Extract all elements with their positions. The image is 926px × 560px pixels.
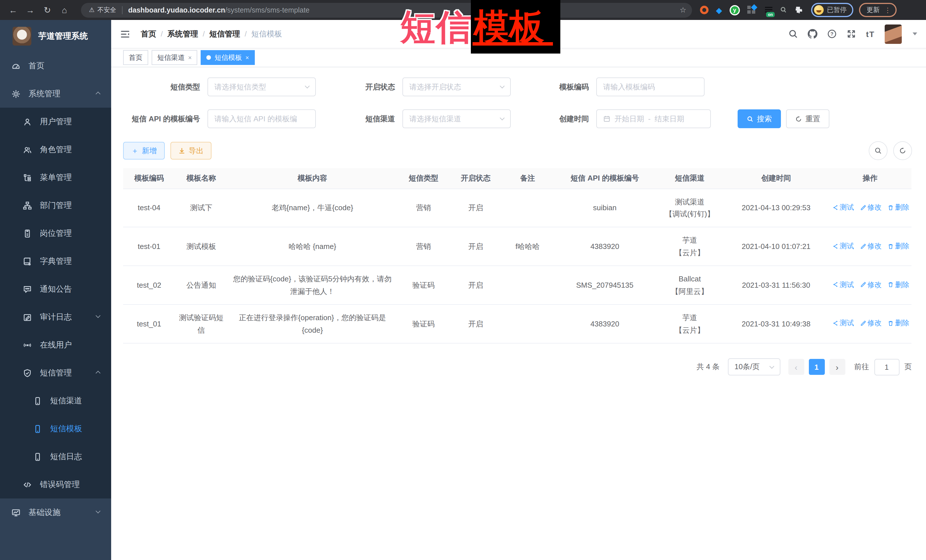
- font-size-icon[interactable]: tT: [866, 29, 875, 38]
- sidebar-item-label: 错误码管理: [40, 479, 80, 490]
- next-page-button[interactable]: ›: [829, 359, 845, 375]
- extension-ring-icon[interactable]: [700, 6, 708, 14]
- sidebar-item-departments[interactable]: 部门管理: [0, 192, 111, 219]
- bookmark-star-icon[interactable]: ☆: [680, 6, 686, 14]
- add-button[interactable]: ＋ 新增: [123, 142, 165, 160]
- fullscreen-icon[interactable]: [847, 29, 856, 39]
- sidebar-item-label: 菜单管理: [40, 172, 72, 183]
- browser-update-chip[interactable]: 更新 ⋮: [859, 3, 897, 17]
- sidebar-item-sms[interactable]: 短信管理: [0, 359, 111, 387]
- avatar-caret-icon[interactable]: [912, 32, 917, 35]
- sidebar-item-notices[interactable]: 通知公告: [0, 275, 111, 303]
- tag-sms-channel[interactable]: 短信渠道 ×: [151, 50, 198, 65]
- delete-link[interactable]: 删除: [888, 279, 909, 291]
- sidebar-item-audit-log[interactable]: 审计日志: [0, 303, 111, 331]
- sidebar-logo[interactable]: 芋道管理系统: [0, 20, 111, 52]
- extension-blocks-icon[interactable]: [747, 6, 756, 14]
- breadcrumb-item[interactable]: 系统管理: [167, 29, 198, 39]
- sidebar-item-dictionary[interactable]: 字典管理: [0, 247, 111, 275]
- prev-page-button[interactable]: ‹: [788, 359, 804, 375]
- trash-icon: [888, 243, 894, 249]
- cell-name: 测试验证码短信: [175, 305, 227, 343]
- extension-gem-icon[interactable]: ◆: [716, 5, 722, 15]
- kebab-menu-icon[interactable]: ⋮: [884, 6, 891, 14]
- toggle-search-button[interactable]: [869, 141, 887, 160]
- test-link[interactable]: 测试: [832, 279, 854, 291]
- template-code-input[interactable]: 请输入模板编码: [596, 77, 705, 96]
- sidebar-item-label: 系统管理: [29, 89, 61, 99]
- sms-type-select[interactable]: 请选择短信类型: [207, 77, 316, 96]
- search-button[interactable]: 搜索: [738, 109, 781, 128]
- delete-link[interactable]: 删除: [888, 240, 909, 252]
- browser-back-icon[interactable]: ←: [5, 5, 22, 15]
- tag-home[interactable]: 首页: [123, 50, 148, 65]
- browser-forward-icon[interactable]: →: [22, 5, 39, 15]
- calendar-icon: [603, 115, 610, 122]
- edit-link[interactable]: 修改: [860, 202, 882, 213]
- extension-y-icon[interactable]: y: [729, 5, 740, 15]
- test-link[interactable]: 测试: [832, 318, 854, 329]
- page-size-select[interactable]: 10条/页: [728, 358, 780, 376]
- sidebar-item-label: 短信日志: [50, 451, 82, 462]
- close-icon[interactable]: ×: [188, 54, 192, 61]
- refresh-table-button[interactable]: [893, 141, 912, 160]
- sidebar-item-users[interactable]: 用户管理: [0, 108, 111, 136]
- sidebar-item-online-users[interactable]: 在线用户: [0, 331, 111, 359]
- delete-link[interactable]: 删除: [888, 318, 909, 329]
- sidebar-item-menus[interactable]: 菜单管理: [0, 163, 111, 192]
- edit-link[interactable]: 修改: [860, 279, 882, 291]
- sidebar-item-infrastructure[interactable]: 基础设施: [0, 498, 111, 527]
- security-status[interactable]: ⚠ 不安全: [89, 6, 116, 14]
- api-template-id-input[interactable]: 请输入短信 API 的模板编: [207, 109, 316, 128]
- extension-magnifier-icon[interactable]: [780, 6, 787, 14]
- sidebar-submenu-system: 用户管理 角色管理 菜单管理: [0, 108, 111, 498]
- profile-label: 已暂停: [827, 6, 847, 14]
- sidebar-item-sms-template[interactable]: 短信模板: [0, 415, 111, 443]
- status-select[interactable]: 请选择开启状态: [402, 77, 511, 96]
- sidebar-item-posts[interactable]: 岗位管理: [0, 219, 111, 247]
- tag-label: 短信渠道: [157, 53, 185, 62]
- tag-sms-template[interactable]: 短信模板 ×: [201, 50, 255, 65]
- cell-created: 2021-03-31 11:56:30: [723, 266, 829, 305]
- sidebar-item-sms-log[interactable]: 短信日志: [0, 443, 111, 471]
- reset-button[interactable]: 重置: [786, 109, 829, 128]
- goto-label: 前往: [854, 362, 869, 372]
- export-button[interactable]: 导出: [171, 142, 212, 160]
- sidebar-item-error-codes[interactable]: 错误码管理: [0, 471, 111, 498]
- extensions-puzzle-icon[interactable]: [794, 6, 803, 14]
- sidebar-item-label: 通知公告: [40, 284, 72, 294]
- test-link[interactable]: 测试: [832, 202, 854, 213]
- edit-link[interactable]: 修改: [860, 318, 882, 329]
- test-link[interactable]: 测试: [832, 240, 854, 252]
- breadcrumb-item[interactable]: 短信管理: [209, 29, 240, 39]
- browser-profile-chip[interactable]: 已暂停: [811, 3, 853, 17]
- edit-link[interactable]: 修改: [860, 240, 882, 252]
- breadcrumb-item[interactable]: 首页: [141, 29, 156, 39]
- search-icon[interactable]: [788, 29, 798, 39]
- date-range-picker[interactable]: 开始日期 - 结束日期: [596, 109, 711, 128]
- logo-image: [12, 27, 31, 45]
- goto-page-input[interactable]: 1: [874, 359, 899, 375]
- trash-icon: [888, 320, 894, 327]
- github-icon[interactable]: [808, 29, 818, 39]
- cell-api-id: suibian: [554, 189, 656, 227]
- sidebar-item-home[interactable]: 首页: [0, 52, 111, 80]
- channel-select[interactable]: 请选择短信渠道: [402, 109, 511, 128]
- sidebar-item-roles[interactable]: 角色管理: [0, 136, 111, 163]
- user-avatar[interactable]: [884, 24, 902, 44]
- refresh-icon: [899, 147, 906, 154]
- sidebar-item-system[interactable]: 系统管理: [0, 80, 111, 108]
- close-icon[interactable]: ×: [245, 54, 249, 61]
- extension-list-icon[interactable]: on: [763, 6, 772, 14]
- table-row: test-04 测试下 老鸡{name}，牛逼{code} 营销 开启 suib…: [123, 189, 911, 227]
- help-icon[interactable]: ?: [828, 29, 837, 39]
- browser-home-icon[interactable]: ⌂: [56, 5, 73, 15]
- browser-reload-icon[interactable]: ↻: [39, 5, 56, 15]
- delete-link[interactable]: 删除: [888, 202, 909, 213]
- tag-label: 短信模板: [215, 53, 242, 62]
- sidebar-item-sms-channel[interactable]: 短信渠道: [0, 387, 111, 415]
- address-bar[interactable]: ⚠ 不安全 dashboard.yudao.iocoder.cn/system/…: [81, 3, 692, 17]
- sidebar-collapse-icon[interactable]: [120, 29, 130, 38]
- current-page-button[interactable]: 1: [809, 359, 825, 375]
- sidebar-item-label: 基础设施: [29, 507, 61, 518]
